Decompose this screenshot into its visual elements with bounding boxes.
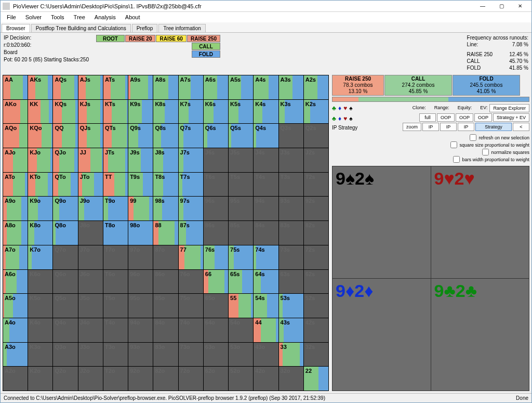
hand-cell-T5o[interactable]: T5o [103,294,128,318]
hand-cell-96o[interactable]: 96o [128,270,153,294]
hand-cell-J3o[interactable]: J3o [78,343,103,367]
hand-cell-T6s[interactable]: T6s [204,173,228,197]
hand-cell-63s[interactable]: 63s [279,270,303,294]
hand-cell-43s[interactable]: 43s [279,318,303,342]
checkbox[interactable] [453,156,460,163]
hand-cell-K3o[interactable]: K3o [28,343,52,367]
hand-cell-J7s[interactable]: J7s [179,148,203,172]
hand-cell-32o[interactable]: 32o [279,367,303,391]
hand-cell-KK[interactable]: KK [28,100,52,124]
maximize-button[interactable]: ▢ [492,1,511,11]
heart-icon[interactable]: ♥ [343,115,347,122]
node-raise-20[interactable]: RAISE 20 [125,35,155,42]
hand-cell-AJs[interactable]: AJs [78,75,103,99]
hand-cell-53o[interactable]: 53o [229,343,253,367]
hand-cell-TT[interactable]: TT [103,173,128,197]
hand-cell-T2o[interactable]: T2o [103,367,128,391]
hand-cell-QJs[interactable]: QJs [78,124,103,148]
hand-cell-33[interactable]: 33 [279,343,303,367]
hand-cell-96s[interactable]: 96s [204,197,228,220]
hand-cell-A8o[interactable]: A8o [3,221,28,245]
btn-oop[interactable]: OOP [474,113,492,122]
hand-cell-A5o[interactable]: A5o [3,294,28,318]
hand-cell-KTs[interactable]: KTs [103,100,128,124]
hand-cell-65s[interactable]: 65s [229,270,253,294]
hand-cell-AJo[interactable]: AJo [3,148,28,172]
hand-cell-75o[interactable]: 75o [179,294,203,318]
btn-strategy-ev[interactable]: Strategy + EV [493,113,529,122]
hand-cell-74o[interactable]: 74o [179,318,203,342]
board-cell-heart[interactable]: 9♥2♥ [431,166,529,278]
hand-cell-QQ[interactable]: QQ [53,124,77,148]
board-cell-diamond[interactable]: 9♦2♦ [332,279,431,391]
hand-cell-53s[interactable]: 53s [279,294,303,318]
hand-cell-97s[interactable]: 97s [179,197,203,220]
hand-cell-T8s[interactable]: T8s [153,173,178,197]
hand-cell-98s[interactable]: 98s [153,197,178,220]
menu-about[interactable]: About [121,13,144,21]
hand-cell-A7s[interactable]: A7s [179,75,203,99]
hand-cell-66[interactable]: 66 [204,270,228,294]
tab-tree-information[interactable]: Tree information [158,24,205,32]
hand-cell-32s[interactable]: 32s [304,343,328,367]
hand-cell-T3s[interactable]: T3s [279,173,303,197]
hand-cell-T2s[interactable]: T2s [304,173,328,197]
hand-cell-AKs[interactable]: AKs [28,75,52,99]
diamond-icon[interactable]: ♦ [338,105,341,112]
hand-cell-K6s[interactable]: K6s [204,100,228,124]
hand-cell-Q4o[interactable]: Q4o [53,318,77,342]
hand-cell-87s[interactable]: 87s [179,221,203,245]
hand-cell-55[interactable]: 55 [229,294,253,318]
menu-solver[interactable]: Solver [21,13,46,21]
hand-cell-J4s[interactable]: J4s [254,148,278,172]
node-raise-60[interactable]: RAISE 60 [156,35,186,42]
hand-cell-QJo[interactable]: QJo [53,148,77,172]
menu-analysis[interactable]: Analysis [90,13,120,21]
hand-cell-K6o[interactable]: K6o [28,270,52,294]
hand-cell-KTo[interactable]: KTo [28,173,52,197]
tab-preflop[interactable]: Preflop [132,24,158,32]
hand-cell-K5o[interactable]: K5o [28,294,52,318]
hand-cell-Q2o[interactable]: Q2o [53,367,77,391]
hand-cell-92s[interactable]: 92s [304,197,328,220]
hand-cell-QTs[interactable]: QTs [103,124,128,148]
tab-browser[interactable]: Browser [2,24,30,32]
hand-cell-QTo[interactable]: QTo [53,173,77,197]
hand-cell-A3o[interactable]: A3o [3,343,28,367]
node-root[interactable]: ROOT [96,35,125,42]
hand-cell-T5s[interactable]: T5s [229,173,253,197]
hand-cell-65o[interactable]: 65o [204,294,228,318]
hand-cell-JJ[interactable]: JJ [78,148,103,172]
menu-file[interactable]: File [3,13,20,21]
hand-cell-T3o[interactable]: T3o [103,343,128,367]
hand-cell-87o[interactable]: 87o [153,245,178,269]
hand-cell-A2s[interactable]: A2s [304,75,328,99]
hand-grid[interactable]: AAAKsAQsAJsATsA9sA8sA7sA6sA5sA4sA3sA2sAK… [3,75,329,391]
hand-cell-J6o[interactable]: J6o [78,270,103,294]
hand-cell-K8o[interactable]: K8o [28,221,52,245]
hand-cell-J4o[interactable]: J4o [78,318,103,342]
hand-cell-ATo[interactable]: ATo [3,173,28,197]
hand-cell-T9s[interactable]: T9s [128,173,153,197]
hand-cell-ATs[interactable]: ATs [103,75,128,99]
hand-cell-62o[interactable]: 62o [204,367,228,391]
hand-cell-77[interactable]: 77 [179,245,203,269]
hand-cell-85s[interactable]: 85s [229,221,253,245]
hand-cell-72o[interactable]: 72o [179,367,203,391]
hand-cell-K9o[interactable]: K9o [28,197,52,220]
check-bars[interactable]: bars width proportional to weight [453,156,529,163]
hand-cell-93o[interactable]: 93o [128,343,153,367]
hand-cell-98o[interactable]: 98o [128,221,153,245]
hand-cell-22[interactable]: 22 [304,367,328,391]
tab-postflop-tree-building-and-calculations[interactable]: Postflop Tree Building and Calculations [31,24,131,32]
hand-cell-73o[interactable]: 73o [179,343,203,367]
hand-cell-52o[interactable]: 52o [229,367,253,391]
hand-cell-J8s[interactable]: J8s [153,148,178,172]
hand-cell-JTs[interactable]: JTs [103,148,128,172]
hand-cell-A5s[interactable]: A5s [229,75,253,99]
hand-cell-85o[interactable]: 85o [153,294,178,318]
hand-cell-K9s[interactable]: K9s [128,100,153,124]
hand-cell-Q6o[interactable]: Q6o [53,270,77,294]
hand-cell-72s[interactable]: 72s [304,245,328,269]
hand-cell-44[interactable]: 44 [254,318,278,342]
